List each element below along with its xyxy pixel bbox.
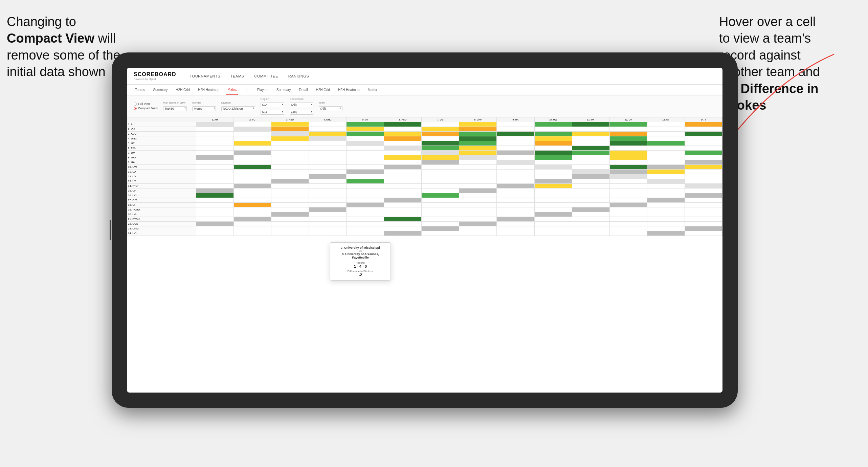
cell-4-12[interactable] bbox=[647, 141, 685, 146]
cell-0-2[interactable] bbox=[271, 122, 309, 127]
cell-4-7[interactable] bbox=[459, 141, 497, 146]
cell-18-0[interactable] bbox=[196, 207, 233, 212]
cell-18-12[interactable] bbox=[647, 207, 685, 212]
cell-3-2[interactable] bbox=[271, 136, 309, 141]
cell-12-6[interactable] bbox=[422, 179, 459, 184]
cell-4-3[interactable] bbox=[309, 141, 346, 146]
cell-18-6[interactable] bbox=[422, 207, 459, 212]
cell-7-7[interactable] bbox=[459, 155, 497, 160]
cell-2-1[interactable] bbox=[233, 132, 271, 136]
cell-18-3[interactable] bbox=[309, 207, 346, 212]
cell-10-2[interactable] bbox=[271, 170, 309, 174]
matrix-area[interactable]: 1. AU2. VU3. ASU4. UNC5. UT6. FSU7. UM8.… bbox=[127, 117, 722, 393]
cell-13-13[interactable] bbox=[685, 184, 722, 188]
cell-14-4[interactable] bbox=[347, 188, 384, 193]
cell-8-0[interactable] bbox=[196, 160, 233, 165]
cell-15-2[interactable] bbox=[271, 193, 309, 198]
cell-19-13[interactable] bbox=[685, 212, 722, 217]
cell-16-11[interactable] bbox=[609, 198, 647, 203]
cell-9-3[interactable] bbox=[309, 165, 346, 170]
cell-3-5[interactable] bbox=[384, 136, 422, 141]
tab-h2h-heatmap[interactable]: H2H Heatmap bbox=[197, 85, 221, 95]
cell-23-8[interactable] bbox=[497, 231, 534, 236]
cell-3-1[interactable] bbox=[233, 136, 271, 141]
cell-20-4[interactable] bbox=[347, 217, 384, 222]
cell-15-10[interactable] bbox=[572, 193, 609, 198]
cell-19-9[interactable] bbox=[534, 212, 572, 217]
cell-8-12[interactable] bbox=[647, 160, 685, 165]
cell-17-12[interactable] bbox=[647, 203, 685, 207]
cell-22-9[interactable] bbox=[534, 226, 572, 231]
cell-23-5[interactable] bbox=[384, 231, 422, 236]
cell-10-0[interactable] bbox=[196, 170, 233, 174]
cell-17-11[interactable] bbox=[609, 203, 647, 207]
cell-6-0[interactable] bbox=[196, 151, 233, 155]
cell-6-6[interactable] bbox=[422, 151, 459, 155]
cell-4-9[interactable] bbox=[534, 141, 572, 146]
cell-5-7[interactable] bbox=[459, 146, 497, 151]
compact-view-radio[interactable] bbox=[134, 107, 137, 110]
cell-18-5[interactable] bbox=[384, 207, 422, 212]
cell-10-8[interactable] bbox=[497, 170, 534, 174]
cell-4-6[interactable] bbox=[422, 141, 459, 146]
cell-2-12[interactable] bbox=[647, 132, 685, 136]
cell-8-3[interactable] bbox=[309, 160, 346, 165]
nav-rankings[interactable]: RANKINGS bbox=[288, 74, 309, 78]
cell-0-1[interactable] bbox=[233, 122, 271, 127]
tab-players[interactable]: Players bbox=[256, 85, 270, 95]
cell-4-10[interactable] bbox=[572, 141, 609, 146]
cell-7-6[interactable] bbox=[422, 155, 459, 160]
cell-16-3[interactable] bbox=[309, 198, 346, 203]
cell-23-13[interactable] bbox=[685, 231, 722, 236]
cell-7-11[interactable] bbox=[609, 155, 647, 160]
cell-0-12[interactable] bbox=[647, 122, 685, 127]
cell-6-11[interactable] bbox=[609, 151, 647, 155]
cell-16-5[interactable] bbox=[384, 198, 422, 203]
cell-1-11[interactable] bbox=[609, 127, 647, 132]
conference-select2[interactable]: (All) bbox=[290, 110, 313, 115]
cell-9-4[interactable] bbox=[347, 165, 384, 170]
cell-7-10[interactable] bbox=[572, 155, 609, 160]
cell-19-2[interactable] bbox=[271, 212, 309, 217]
cell-0-3[interactable] bbox=[309, 122, 346, 127]
cell-21-4[interactable] bbox=[347, 222, 384, 226]
cell-22-2[interactable] bbox=[271, 226, 309, 231]
cell-22-5[interactable] bbox=[384, 226, 422, 231]
cell-13-4[interactable] bbox=[347, 184, 384, 188]
cell-8-5[interactable] bbox=[384, 160, 422, 165]
cell-10-7[interactable] bbox=[459, 170, 497, 174]
cell-21-9[interactable] bbox=[534, 222, 572, 226]
cell-20-12[interactable] bbox=[647, 217, 685, 222]
cell-18-7[interactable] bbox=[459, 207, 497, 212]
cell-5-12[interactable] bbox=[647, 146, 685, 151]
cell-5-4[interactable] bbox=[347, 146, 384, 151]
cell-3-6[interactable] bbox=[422, 136, 459, 141]
cell-21-12[interactable] bbox=[647, 222, 685, 226]
cell-1-4[interactable] bbox=[347, 127, 384, 132]
cell-0-7[interactable] bbox=[459, 122, 497, 127]
cell-23-2[interactable] bbox=[271, 231, 309, 236]
cell-17-3[interactable] bbox=[309, 203, 346, 207]
cell-12-12[interactable] bbox=[647, 179, 685, 184]
cell-19-1[interactable] bbox=[233, 212, 271, 217]
cell-18-8[interactable] bbox=[497, 207, 534, 212]
cell-22-11[interactable] bbox=[609, 226, 647, 231]
cell-0-4[interactable] bbox=[347, 122, 384, 127]
cell-22-13[interactable] bbox=[685, 226, 722, 231]
cell-17-2[interactable] bbox=[271, 203, 309, 207]
cell-3-11[interactable] bbox=[609, 136, 647, 141]
cell-22-1[interactable] bbox=[233, 226, 271, 231]
cell-20-11[interactable] bbox=[609, 217, 647, 222]
cell-9-1[interactable] bbox=[233, 165, 271, 170]
cell-16-4[interactable] bbox=[347, 198, 384, 203]
cell-16-0[interactable] bbox=[196, 198, 233, 203]
cell-2-6[interactable] bbox=[422, 132, 459, 136]
tab-players-h2h-heatmap[interactable]: H2H Heatmap bbox=[337, 85, 361, 95]
cell-3-9[interactable] bbox=[534, 136, 572, 141]
cell-1-8[interactable] bbox=[497, 127, 534, 132]
cell-13-3[interactable] bbox=[309, 184, 346, 188]
cell-8-8[interactable] bbox=[497, 160, 534, 165]
cell-12-10[interactable] bbox=[572, 179, 609, 184]
cell-18-4[interactable] bbox=[347, 207, 384, 212]
cell-6-13[interactable] bbox=[685, 151, 722, 155]
